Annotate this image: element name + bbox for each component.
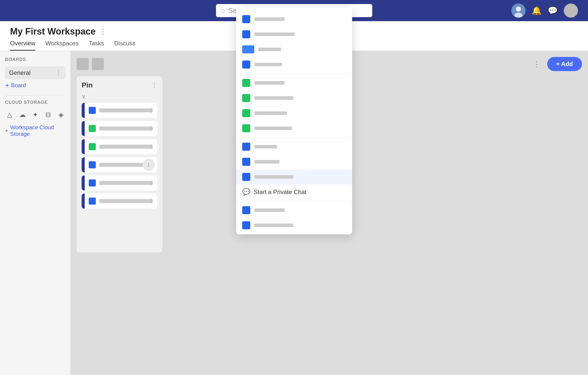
task-color — [89, 161, 96, 168]
avatar-user[interactable] — [511, 4, 525, 18]
dropdown-item[interactable] — [236, 42, 352, 57]
boards-label: BOARDS — [5, 57, 65, 62]
cloud-storage-label: CLOUD STORAGE — [5, 100, 65, 105]
item-color — [242, 60, 250, 69]
item-color — [242, 124, 250, 132]
dropdown-item[interactable] — [236, 57, 352, 72]
task-card[interactable]: ⋮ — [82, 175, 157, 191]
item-bar — [254, 208, 285, 212]
item-color — [242, 79, 250, 87]
task-dots[interactable]: ⋮ — [148, 125, 154, 132]
add-cloud-label: Workspace Cloud Storage — [10, 124, 65, 137]
task-dots[interactable]: ⋮ — [148, 107, 154, 114]
task-indicator — [82, 194, 85, 209]
dropdown-item[interactable] — [236, 90, 352, 106]
dropdown-divider — [236, 137, 352, 138]
board-menu-icon[interactable]: ⋮ — [56, 70, 61, 76]
pin-column-header: Pin ⋮ — [82, 81, 157, 89]
item-bar — [254, 224, 293, 227]
pin-column-menu[interactable]: ⋮ — [151, 82, 157, 89]
tab-discuss[interactable]: Discuss — [114, 40, 135, 51]
search-icon: ○ — [221, 7, 225, 15]
task-indicator — [82, 121, 85, 136]
dropdown-item[interactable] — [236, 154, 352, 169]
dropdown-item[interactable] — [236, 233, 352, 234]
notifications-icon[interactable]: 🔔 — [532, 6, 542, 15]
sidebar: BOARDS General ⋮ + Board CLOUD STORAGE △… — [0, 51, 71, 375]
item-bar — [254, 111, 287, 115]
nav-right: 🔔 💬 — [511, 4, 578, 18]
item-color — [242, 173, 250, 181]
task-color — [89, 198, 96, 205]
board-name: General — [9, 69, 30, 76]
storage-icon-4[interactable]: ⊟ — [44, 109, 52, 120]
task-card[interactable]: ⋮ — [82, 121, 157, 136]
storage-icon-5[interactable]: ◈ — [56, 109, 65, 120]
add-cloud-icon: + — [5, 128, 8, 134]
dropdown-item[interactable] — [236, 27, 352, 42]
task-card-active[interactable]: ⋮ — [82, 157, 157, 172]
tab-overview[interactable]: Overview — [10, 40, 35, 51]
tab-tasks[interactable]: Tasks — [89, 40, 104, 51]
workspace-menu-icon[interactable]: ⋮ — [100, 27, 107, 36]
pin-column-expand[interactable]: ∨ — [82, 93, 157, 100]
dropdown-item[interactable] — [236, 75, 352, 90]
start-private-chat-button[interactable]: 💬 Start a Private Chat — [236, 184, 352, 199]
dropdown-divider — [236, 74, 352, 74]
dropdown-item[interactable] — [236, 12, 352, 27]
dropdown-item[interactable] — [236, 121, 352, 136]
task-dots-highlight[interactable]: ⋮ — [143, 159, 155, 171]
tab-workspaces[interactable]: Workspaces — [45, 40, 79, 51]
task-bar — [99, 181, 153, 185]
sidebar-board-general[interactable]: General ⋮ — [5, 66, 65, 79]
task-card[interactable]: ⋮ — [82, 194, 157, 209]
task-bar — [99, 108, 153, 112]
add-board-icon: + — [5, 81, 9, 89]
task-bar — [99, 199, 153, 203]
messages-icon[interactable]: 💬 — [548, 6, 558, 15]
dropdown-divider-2 — [236, 201, 352, 201]
task-dots[interactable]: ⋮ — [148, 143, 154, 150]
item-color — [242, 45, 254, 53]
dropbox-icon[interactable]: ✦ — [31, 109, 40, 120]
task-dots[interactable]: ⋮ — [148, 198, 154, 204]
task-card[interactable]: ⋮ — [82, 139, 157, 154]
task-indicator — [82, 175, 85, 191]
item-bar — [254, 63, 282, 66]
google-drive-icon[interactable]: △ — [5, 109, 14, 120]
task-dots[interactable]: ⋮ — [148, 180, 154, 186]
task-bar — [99, 127, 153, 131]
add-board-button[interactable]: + Board — [5, 81, 65, 89]
dropdown-item[interactable] — [236, 139, 352, 154]
task-card[interactable]: ⋮ — [82, 103, 157, 118]
pin-column-title: Pin — [82, 81, 93, 89]
board-add-button[interactable]: + Add — [547, 57, 582, 71]
workspace-title: My First Workspace — [10, 26, 96, 37]
board-options-icon[interactable]: ⋮ — [533, 60, 540, 68]
add-cloud-storage-button[interactable]: + Workspace Cloud Storage — [5, 124, 65, 137]
dropdown-item[interactable] — [236, 203, 352, 218]
board-view-btn-2[interactable] — [92, 58, 104, 70]
task-color — [89, 179, 96, 186]
dropdown-item[interactable] — [236, 218, 352, 233]
item-color — [242, 94, 250, 102]
dropdown-item[interactable] — [236, 106, 352, 121]
item-color — [242, 30, 250, 38]
private-chat-label: Start a Private Chat — [254, 189, 306, 196]
item-bar — [258, 48, 281, 51]
dropdown-item[interactable] — [236, 169, 352, 184]
item-bar — [254, 127, 292, 130]
cloud-icon-2[interactable]: ☁ — [18, 109, 27, 120]
board-view-btn-1[interactable] — [77, 58, 89, 70]
avatar-plain[interactable] — [564, 4, 578, 18]
item-bar — [254, 33, 295, 36]
svg-point-1 — [516, 7, 521, 12]
item-color — [242, 158, 250, 166]
cloud-icons: △ ☁ ✦ ⊟ ◈ — [5, 109, 65, 120]
task-color — [89, 125, 96, 132]
item-color — [242, 109, 250, 117]
item-color — [242, 206, 250, 214]
item-bar — [254, 160, 280, 164]
item-bar — [254, 17, 285, 21]
item-bar — [254, 96, 293, 100]
